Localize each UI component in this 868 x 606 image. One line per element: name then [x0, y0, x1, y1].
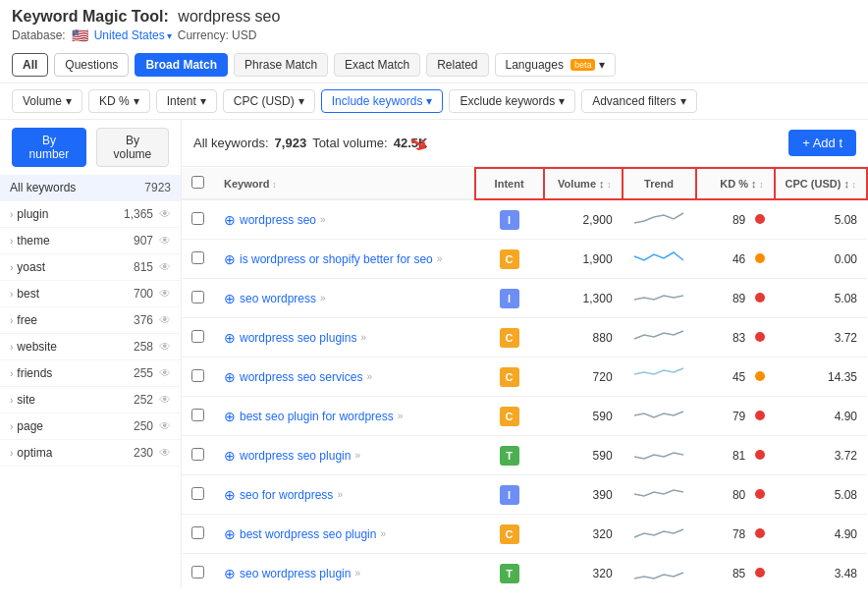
kd-value: 78 — [732, 527, 745, 541]
sidebar-item-free[interactable]: › free 376 👁 — [0, 307, 181, 334]
add-keyword-icon[interactable]: ⊕ — [224, 330, 236, 346]
keyword-text: seo wordpress plugin — [240, 567, 351, 580]
tab-related[interactable]: Related — [426, 53, 488, 77]
keyword-link[interactable]: ⊕ wordpress seo services » — [224, 369, 465, 385]
add-keyword-icon[interactable]: ⊕ — [224, 212, 236, 228]
sidebar-item-yoast[interactable]: › yoast 815 👁 — [0, 254, 181, 281]
tab-broad-match[interactable]: Broad Match — [135, 53, 228, 77]
eye-icon[interactable]: 👁 — [159, 260, 171, 274]
database-link[interactable]: United States ▾ — [94, 28, 172, 42]
add-keyword-icon[interactable]: ⊕ — [224, 291, 236, 306]
add-keyword-icon[interactable]: ⊕ — [224, 566, 236, 581]
expand-keyword-icon[interactable]: » — [366, 371, 372, 382]
sidebar-item-website[interactable]: › website 258 👁 — [0, 334, 181, 360]
sidebar-item-best[interactable]: › best 700 👁 — [0, 281, 181, 307]
by-volume-button[interactable]: By volume — [96, 128, 169, 167]
expand-keyword-icon[interactable]: » — [354, 568, 360, 578]
kd-cell: 89 — [696, 199, 775, 240]
eye-icon[interactable]: 👁 — [159, 446, 171, 460]
add-keyword-icon[interactable]: ⊕ — [224, 251, 236, 267]
cpc-cell: 4.90 — [775, 397, 867, 436]
add-to-list-button[interactable]: + Add t — [788, 130, 856, 156]
volume-column-header[interactable]: Volume ↕ — [544, 168, 623, 199]
row-checkbox[interactable] — [191, 291, 204, 303]
cpc-column-header[interactable]: CPC (USD) ↕ — [775, 168, 867, 199]
add-keyword-icon[interactable]: ⊕ — [224, 526, 236, 542]
expand-keyword-icon[interactable]: » — [380, 528, 386, 539]
cpc-filter[interactable]: CPC (USD) ▾ — [223, 89, 315, 113]
expand-keyword-icon[interactable]: » — [320, 214, 326, 225]
expand-keyword-icon[interactable]: » — [337, 489, 343, 500]
tab-all[interactable]: All — [12, 53, 48, 77]
eye-icon[interactable]: 👁 — [159, 393, 171, 407]
add-keyword-icon[interactable]: ⊕ — [224, 448, 236, 464]
row-checkbox[interactable] — [191, 409, 204, 421]
row-checkbox[interactable] — [191, 330, 204, 343]
kd-filter[interactable]: KD % ▾ — [88, 89, 150, 113]
row-checkbox[interactable] — [191, 448, 204, 461]
expand-keyword-icon[interactable]: » — [354, 450, 360, 461]
expand-keyword-icon[interactable]: » — [437, 253, 443, 264]
row-checkbox[interactable] — [191, 487, 204, 500]
advanced-filters[interactable]: Advanced filters ▾ — [581, 89, 696, 113]
keyword-link[interactable]: ⊕ seo wordpress plugin » — [224, 566, 465, 581]
tab-exact-match[interactable]: Exact Match — [334, 53, 420, 77]
keyword-link[interactable]: ⊕ best wordpress seo plugin » — [224, 526, 465, 542]
add-keyword-icon[interactable]: ⊕ — [224, 369, 236, 385]
add-keyword-icon[interactable]: ⊕ — [224, 487, 236, 503]
sidebar-item-page[interactable]: › page 250 👁 — [0, 413, 181, 440]
exclude-keywords-filter[interactable]: Exclude keywords ▾ — [449, 89, 575, 113]
eye-icon[interactable]: 👁 — [159, 313, 171, 327]
sidebar-item-theme[interactable]: › theme 907 👁 — [0, 228, 181, 254]
row-checkbox[interactable] — [191, 369, 204, 382]
sidebar-item-site[interactable]: › site 252 👁 — [0, 387, 181, 413]
eye-icon[interactable]: 👁 — [159, 419, 171, 433]
keyword-cell: ⊕ wordpress seo plugins » — [214, 318, 475, 358]
intent-filter[interactable]: Intent ▾ — [156, 89, 217, 113]
keyword-link[interactable]: ⊕ seo for wordpress » — [224, 487, 465, 503]
cpc-cell: 4.90 — [775, 515, 867, 554]
sidebar-item-friends[interactable]: › friends 255 👁 — [0, 360, 181, 387]
select-all-checkbox[interactable] — [191, 176, 204, 189]
row-checkbox[interactable] — [191, 566, 204, 578]
kd-value: 85 — [732, 567, 745, 580]
tab-phrase-match[interactable]: Phrase Match — [234, 53, 328, 77]
keyword-link[interactable]: ⊕ best seo plugin for wordpress » — [224, 409, 465, 424]
eye-icon[interactable]: 👁 — [159, 340, 171, 354]
keyword-column-header[interactable]: Keyword — [214, 168, 475, 199]
row-checkbox[interactable] — [191, 212, 204, 225]
expand-keyword-icon[interactable]: » — [360, 332, 366, 343]
sidebar-item-optima[interactable]: › optima 230 👁 — [0, 440, 181, 467]
sidebar-item-all-keywords[interactable]: All keywords 7923 — [0, 175, 181, 201]
add-keyword-icon[interactable]: ⊕ — [224, 409, 236, 424]
sidebar-item-plugin[interactable]: › plugin 1,365 👁 — [0, 201, 181, 228]
chevron-right-icon: › — [10, 289, 13, 300]
row-checkbox[interactable] — [191, 251, 204, 264]
keyword-link[interactable]: ⊕ seo wordpress » — [224, 291, 465, 306]
include-keywords-filter[interactable]: Include keywords ▾ — [321, 89, 444, 113]
languages-dropdown[interactable]: Languages beta ▾ — [495, 53, 617, 77]
keyword-link[interactable]: ⊕ wordpress seo plugin » — [224, 448, 465, 464]
keyword-cell: ⊕ seo wordpress » — [214, 279, 475, 318]
expand-keyword-icon[interactable]: » — [398, 411, 404, 421]
keyword-link[interactable]: ⊕ is wordpress or shopify better for seo… — [224, 251, 465, 267]
row-checkbox[interactable] — [191, 526, 204, 539]
eye-icon[interactable]: 👁 — [159, 234, 171, 248]
trend-cell — [623, 436, 696, 475]
chevron-right-icon: › — [10, 395, 13, 406]
row-checkbox-cell — [182, 240, 214, 279]
trend-chart — [632, 247, 686, 268]
chevron-down-icon: ▾ — [426, 94, 432, 108]
keyword-link[interactable]: ⊕ wordpress seo » — [224, 212, 465, 228]
by-number-button[interactable]: By number — [12, 128, 86, 167]
eye-icon[interactable]: 👁 — [159, 287, 171, 301]
app-container: Keyword Magic Tool: wordpress seo Databa… — [0, 0, 868, 588]
eye-icon[interactable]: 👁 — [159, 207, 171, 221]
tab-questions[interactable]: Questions — [54, 53, 129, 77]
expand-keyword-icon[interactable]: » — [320, 293, 326, 303]
eye-icon[interactable]: 👁 — [159, 366, 171, 380]
kd-column-header[interactable]: KD % ↕ — [696, 168, 775, 199]
volume-filter[interactable]: Volume ▾ — [12, 89, 82, 113]
keyword-text: wordpress seo — [240, 213, 316, 227]
keyword-link[interactable]: ⊕ wordpress seo plugins » — [224, 330, 465, 346]
